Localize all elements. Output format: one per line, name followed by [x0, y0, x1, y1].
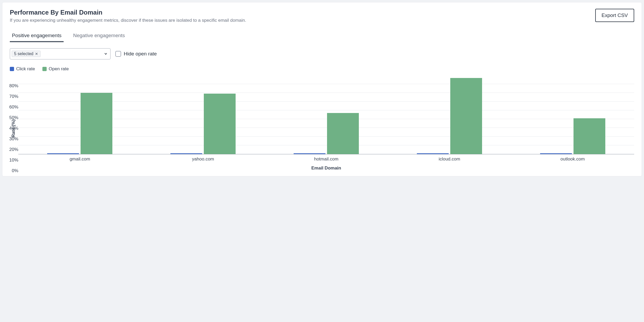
bar-open-rate: [81, 93, 112, 154]
controls-row: 5 selected ✕ Hide open rate: [10, 48, 634, 59]
y-tick: 70%: [9, 94, 18, 99]
x-axis-label: Email Domain: [18, 166, 634, 171]
chart: Rate (%) 80%70%60%50%40%30%20%10%0% gmai…: [10, 75, 634, 171]
performance-by-domain-card: Performance By Email Domain If you are e…: [2, 2, 642, 176]
legend-label-open-rate: Open rate: [49, 66, 69, 72]
bar-group: [265, 75, 388, 154]
card-title: Performance By Email Domain: [10, 9, 246, 16]
tab-negative-engagements[interactable]: Negative engagements: [71, 31, 127, 42]
y-tick: 80%: [9, 83, 18, 89]
bar-click-rate: [47, 153, 79, 154]
bar-open-rate: [204, 94, 236, 154]
hide-open-rate-label: Hide open rate: [124, 51, 157, 57]
x-tick: gmail.com: [18, 154, 142, 162]
bar-click-rate: [540, 153, 572, 154]
card-subtitle: If you are experiencing unhealthy engage…: [10, 18, 246, 23]
chevron-down-icon: [104, 52, 108, 56]
hide-open-rate-checkbox[interactable]: [115, 51, 121, 57]
tabs: Positive engagements Negative engagement…: [10, 31, 634, 42]
card-header: Performance By Email Domain If you are e…: [10, 9, 634, 23]
x-tick: yahoo.com: [142, 154, 265, 162]
y-tick: 30%: [9, 136, 18, 142]
x-tick: hotmail.com: [265, 154, 388, 162]
bar-click-rate: [417, 153, 449, 154]
export-csv-button[interactable]: Export CSV: [595, 9, 634, 22]
bar-click-rate: [294, 153, 325, 154]
bar-group: [511, 75, 634, 154]
bar-group: [142, 75, 265, 154]
y-tick: 60%: [9, 105, 18, 110]
bar-group: [388, 75, 511, 154]
selected-count-label: 5 selected: [14, 51, 33, 56]
hide-open-rate-control: Hide open rate: [115, 51, 157, 57]
card-header-text: Performance By Email Domain If you are e…: [10, 9, 246, 23]
clear-selection-icon[interactable]: ✕: [35, 52, 38, 56]
y-tick: 50%: [9, 115, 18, 120]
bar-click-rate: [170, 153, 202, 154]
plot-area: [18, 75, 634, 154]
x-axis: gmail.comyahoo.comhotmail.comicloud.como…: [18, 154, 634, 162]
y-tick: 20%: [9, 147, 18, 152]
x-tick: outlook.com: [511, 154, 634, 162]
y-tick: 10%: [9, 158, 18, 163]
y-axis: 80%70%60%50%40%30%20%10%0%: [16, 75, 18, 171]
legend-item-click-rate: Click rate: [10, 66, 35, 72]
legend-label-click-rate: Click rate: [16, 66, 35, 72]
chart-legend: Click rate Open rate: [10, 66, 634, 72]
bar-open-rate: [327, 113, 359, 154]
bar-group: [18, 75, 142, 154]
legend-item-open-rate: Open rate: [42, 66, 69, 72]
bar-open-rate: [450, 78, 482, 154]
y-tick: 0%: [12, 168, 18, 173]
x-tick: icloud.com: [388, 154, 511, 162]
selected-count-chip: 5 selected ✕: [12, 51, 41, 57]
y-axis-label: Rate (%): [10, 75, 16, 171]
legend-swatch-open-rate: [42, 67, 47, 71]
y-tick: 40%: [9, 126, 18, 131]
domain-multiselect[interactable]: 5 selected ✕: [10, 48, 111, 59]
legend-swatch-click-rate: [10, 67, 14, 71]
bar-open-rate: [574, 118, 605, 154]
tab-positive-engagements[interactable]: Positive engagements: [10, 31, 64, 42]
